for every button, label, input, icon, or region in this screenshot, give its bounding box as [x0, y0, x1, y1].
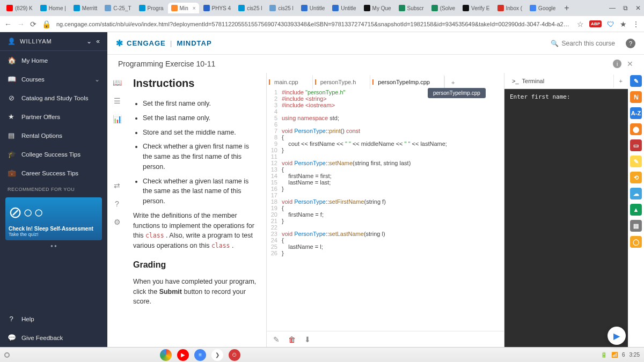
code-line[interactable]: 5using namespace std;: [267, 115, 504, 121]
code-line[interactable]: 10}: [267, 147, 504, 153]
extension-icon[interactable]: 🛡: [607, 20, 614, 28]
file-tab[interactable]: main.cpp: [267, 75, 313, 89]
url-text[interactable]: ng.cengage.com/static/nb/ui/evo/index.ht…: [56, 21, 572, 27]
edit-icon[interactable]: ✎: [273, 335, 280, 344]
file-tab[interactable]: personType.h: [313, 75, 371, 89]
code-line[interactable]: 9 cout << firstName << " " << middleName…: [267, 141, 504, 147]
browser-tab[interactable]: Progra: [136, 3, 167, 13]
add-terminal-button[interactable]: +: [613, 75, 628, 87]
browser-tab[interactable]: Merritt: [70, 3, 100, 13]
code-line[interactable]: 8{: [267, 134, 504, 141]
browser-tab[interactable]: Min×: [168, 3, 199, 13]
play-button[interactable]: ▶: [608, 327, 626, 345]
sidebar-item[interactable]: ▤Rental Options: [0, 126, 107, 145]
youtube-icon[interactable]: ▶: [177, 349, 189, 361]
code-line[interactable]: 14 firstName = first;: [267, 173, 504, 179]
app-icon[interactable]: ❯: [211, 349, 223, 361]
browser-tab[interactable]: Google: [526, 3, 559, 13]
browser-tab[interactable]: Subscr: [396, 3, 427, 13]
right-tool-icon[interactable]: ℕ: [630, 91, 642, 103]
browser-tab[interactable]: cis25 l: [266, 3, 296, 13]
code-editor[interactable]: 1#include "personType.h"2#include <strin…: [267, 89, 504, 331]
right-tool-icon[interactable]: A-Z: [630, 107, 642, 119]
browser-tab[interactable]: Home |: [37, 3, 69, 13]
code-line[interactable]: 6: [267, 121, 504, 128]
right-tool-icon[interactable]: ▲: [630, 204, 642, 216]
sidebar-item[interactable]: ⊘Catalog and Study Tools: [0, 88, 107, 107]
browser-tab[interactable]: (829) K: [3, 3, 36, 13]
code-line[interactable]: 26}: [267, 250, 504, 256]
code-line[interactable]: 4: [267, 108, 504, 115]
sidebar-item-feedback[interactable]: 💬 Give Feedback: [0, 328, 107, 347]
right-tool-icon[interactable]: ☁: [630, 188, 642, 200]
user-menu[interactable]: 👤 WILLIYAM ⌄ «: [0, 32, 107, 51]
minimize-icon[interactable]: —: [609, 4, 616, 12]
browser-tab[interactable]: C-25_T: [101, 3, 134, 13]
browser-tab[interactable]: (Solve: [428, 3, 458, 13]
right-tool-icon[interactable]: ▭: [630, 139, 642, 151]
code-line[interactable]: 19{: [267, 205, 504, 211]
reload-icon[interactable]: ⟳: [30, 20, 36, 28]
code-line[interactable]: 24{: [267, 237, 504, 243]
chrome-icon[interactable]: [160, 349, 172, 361]
puzzle-icon[interactable]: ★: [620, 20, 627, 28]
browser-tab[interactable]: Untitle: [329, 3, 359, 13]
right-tool-icon[interactable]: ▤: [630, 220, 642, 232]
right-tool-icon[interactable]: ✎: [630, 75, 642, 87]
code-line[interactable]: 21}: [267, 218, 504, 224]
tool-icon[interactable]: 📊: [113, 115, 122, 123]
search-course[interactable]: 🔍 Search this course: [551, 40, 615, 47]
right-tool-icon[interactable]: ✎: [630, 156, 642, 167]
code-line[interactable]: 13{: [267, 166, 504, 173]
file-tab[interactable]: personTypeImp.cpp: [370, 75, 444, 89]
code-line[interactable]: 16}: [267, 186, 504, 192]
sidebar-item-help[interactable]: ? Help: [0, 309, 107, 328]
help-button[interactable]: ?: [626, 39, 635, 48]
system-tray[interactable]: 🔋 📶 6 3:25: [601, 352, 640, 358]
tool-icon[interactable]: 📖: [113, 78, 122, 87]
docs-icon[interactable]: ≡: [194, 349, 206, 361]
download-icon[interactable]: ⬇: [304, 335, 311, 344]
sidebar-item[interactable]: 🎓College Success Tips: [0, 145, 107, 164]
right-tool-icon[interactable]: ⬤: [630, 123, 642, 135]
sidebar-item[interactable]: ★Partner Offers: [0, 107, 107, 126]
trash-icon[interactable]: 🗑: [288, 335, 296, 344]
right-tool-icon[interactable]: ⟲: [630, 172, 642, 183]
menu-icon[interactable]: ⋮: [632, 20, 640, 28]
browser-tab[interactable]: Inbox (: [494, 3, 526, 13]
browser-tab[interactable]: cis25 l: [235, 3, 265, 13]
info-icon[interactable]: i: [613, 60, 621, 68]
forward-icon[interactable]: →: [17, 20, 25, 28]
clock-icon[interactable]: ⏲: [229, 349, 240, 361]
code-line[interactable]: 7void PersonType::print() const: [267, 128, 504, 134]
sidebar-item[interactable]: 💼Career Success Tips: [0, 164, 107, 182]
tool-icon[interactable]: ☰: [114, 97, 121, 105]
code-line[interactable]: 11: [267, 153, 504, 160]
close-window-icon[interactable]: ✕: [635, 4, 641, 12]
tool-icon[interactable]: ?: [115, 200, 119, 208]
promo-card[interactable]: ⊘○○ Check In! Sleep Self-Assessment Take…: [5, 197, 102, 240]
sidebar-item[interactable]: 🏠My Home: [0, 51, 107, 70]
abp-icon[interactable]: ABP: [589, 20, 602, 27]
code-line[interactable]: 12void PersonType::setName(string first,…: [267, 160, 504, 166]
code-line[interactable]: 22: [267, 224, 504, 231]
code-line[interactable]: 17: [267, 192, 504, 198]
code-line[interactable]: 15 lastName = last;: [267, 179, 504, 186]
code-line[interactable]: 18void PersonType::setFirstName(string f…: [267, 198, 504, 205]
tool-icon[interactable]: ⚙: [114, 218, 121, 226]
code-line[interactable]: 25 lastName = l;: [267, 243, 504, 250]
terminal-output[interactable]: Enter first name:: [504, 89, 628, 347]
close-icon[interactable]: ✕: [627, 60, 633, 68]
collapse-icon[interactable]: «: [96, 38, 100, 45]
new-tab-button[interactable]: +: [560, 3, 573, 13]
browser-tab[interactable]: PHYS 4: [200, 3, 235, 13]
add-file-button[interactable]: +: [444, 76, 461, 89]
code-line[interactable]: 20 firstName = f;: [267, 211, 504, 218]
browser-tab[interactable]: Verify E: [459, 3, 493, 13]
launcher-icon[interactable]: [4, 352, 10, 358]
terminal-tab[interactable]: >_ Terminal: [504, 74, 552, 88]
star-icon[interactable]: ☆: [577, 20, 584, 28]
tool-icon[interactable]: ⇄: [114, 181, 120, 190]
maximize-icon[interactable]: ⧉: [623, 4, 628, 12]
browser-tab[interactable]: Untitle: [298, 3, 328, 13]
